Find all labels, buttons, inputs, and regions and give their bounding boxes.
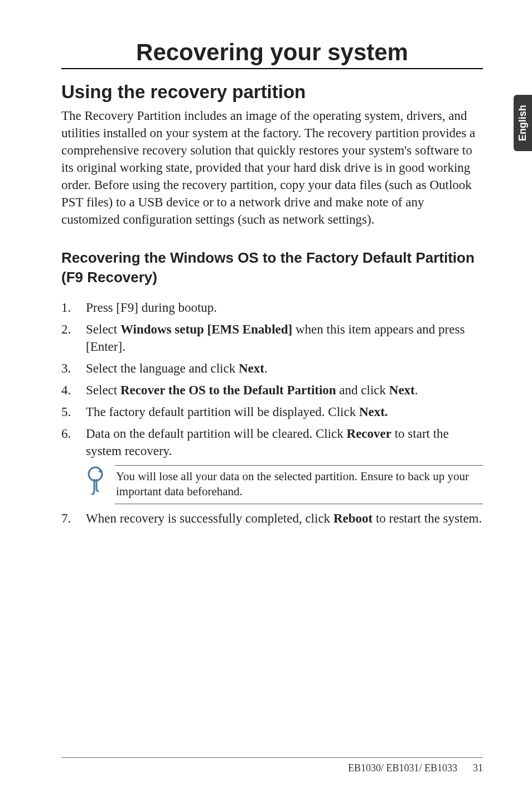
step-bold: Windows setup [EMS Enabled] <box>120 322 292 336</box>
step-text: . <box>264 361 268 375</box>
step-6: Data on the default partition will be cl… <box>61 425 483 460</box>
step-text: to restart the system. <box>373 511 482 525</box>
step-text: The factory default partition will be di… <box>86 405 359 419</box>
footer-page-number: 31 <box>473 762 483 774</box>
section-title: Using the recovery partition <box>61 81 483 103</box>
note-icon <box>86 466 105 497</box>
steps-list-continued: When recovery is successfully completed,… <box>61 510 483 527</box>
step-text: . <box>415 383 418 397</box>
step-bold: Next <box>239 361 264 375</box>
page-footer: EB1030/ EB1031/ EB1033 31 <box>61 757 483 774</box>
step-2: Select Windows setup [EMS Enabled] when … <box>61 321 483 355</box>
step-text: and click <box>336 383 389 397</box>
step-text: When recovery is successfully completed,… <box>86 511 333 525</box>
step-text: Press [F9] during bootup. <box>86 301 217 315</box>
step-bold: Reboot <box>333 511 373 525</box>
note-text: You will lose all your data on the selec… <box>115 465 483 505</box>
step-bold: Next <box>389 383 415 397</box>
note-callout: You will lose all your data on the selec… <box>86 465 483 505</box>
language-tab: English <box>514 95 532 151</box>
section-body: The Recovery Partition includes an image… <box>61 107 483 228</box>
step-7: When recovery is successfully completed,… <box>61 510 483 527</box>
subsection-title: Recovering the Windows OS to the Factory… <box>61 248 483 287</box>
step-text: Select <box>86 322 120 336</box>
step-text: Data on the default partition will be cl… <box>86 427 347 441</box>
step-bold: Recover the OS to the Default Partition <box>120 383 336 397</box>
page-content: Recovering your system Using the recover… <box>0 0 532 528</box>
svg-point-0 <box>89 467 102 481</box>
step-bold: Recover <box>347 427 391 441</box>
steps-list: Press [F9] during bootup. Select Windows… <box>61 299 483 460</box>
footer-model: EB1030/ EB1031/ EB1033 <box>348 762 457 774</box>
chapter-title: Recovering your system <box>61 39 483 69</box>
step-3: Select the language and click Next. <box>61 360 483 377</box>
step-bold: Next. <box>359 405 388 419</box>
step-4: Select Recover the OS to the Default Par… <box>61 381 483 399</box>
step-1: Press [F9] during bootup. <box>61 299 483 316</box>
step-text: Select <box>86 383 120 397</box>
step-text: Select the language and click <box>86 361 239 375</box>
svg-point-1 <box>99 470 101 472</box>
step-5: The factory default partition will be di… <box>61 403 483 421</box>
